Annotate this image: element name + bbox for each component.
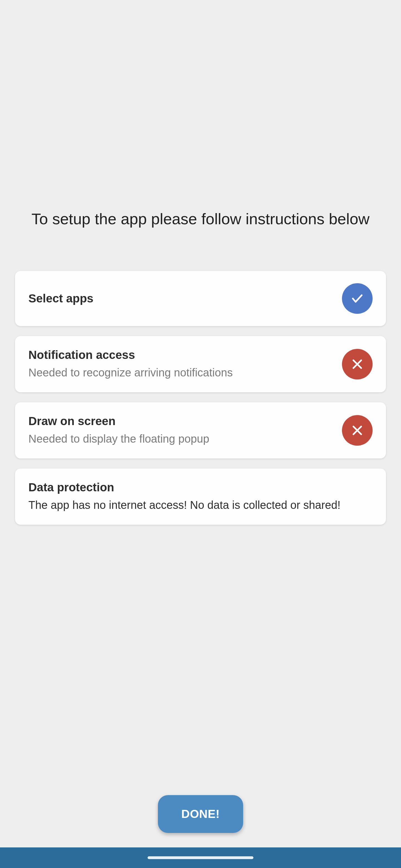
checkmark-icon <box>342 283 373 314</box>
card-title: Draw on screen <box>28 414 334 428</box>
nav-handle[interactable] <box>148 856 253 859</box>
card-notification-access[interactable]: Notification access Needed to recognize … <box>15 336 386 392</box>
card-title: Notification access <box>28 348 334 362</box>
card-subtitle: Needed to recognize arriving notificatio… <box>28 365 334 380</box>
done-button[interactable]: DONE! <box>158 795 243 833</box>
card-draw-on-screen[interactable]: Draw on screen Needed to display the flo… <box>15 402 386 459</box>
card-title: Data protection <box>28 481 373 494</box>
setup-heading: To setup the app please follow instructi… <box>15 209 386 229</box>
setup-card-list: Select apps Notification access Needed t… <box>15 271 386 525</box>
card-subtitle: Needed to display the floating popup <box>28 431 334 446</box>
system-nav-bar <box>0 847 401 868</box>
cross-icon <box>342 349 373 379</box>
card-subtitle: The app has no internet access! No data … <box>28 497 373 513</box>
card-select-apps[interactable]: Select apps <box>15 271 386 326</box>
card-data-protection: Data protection The app has no internet … <box>15 468 386 525</box>
card-title: Select apps <box>28 292 334 305</box>
cross-icon <box>342 415 373 446</box>
